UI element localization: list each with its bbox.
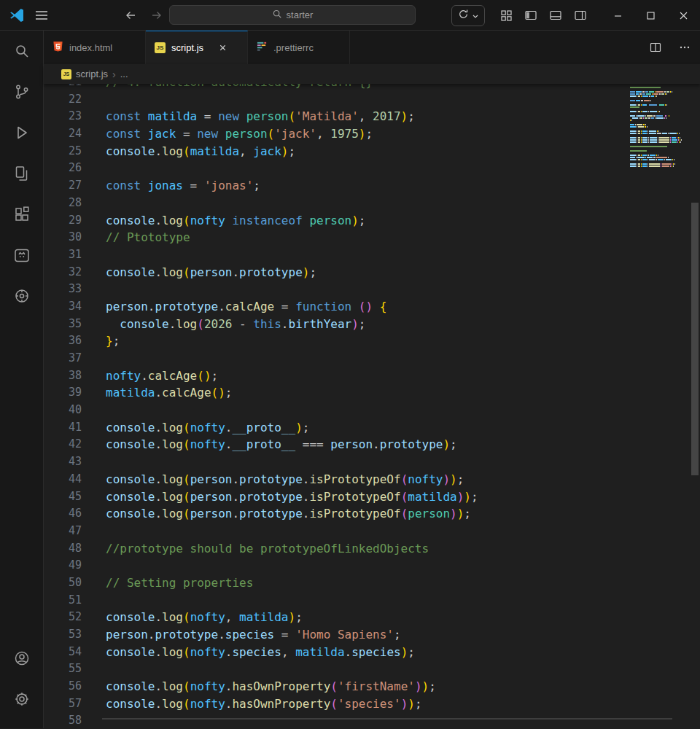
search-view-icon[interactable] [0, 31, 44, 71]
code-line[interactable]: 52console.log(nofty, matilda); [44, 609, 700, 626]
minimap-line [630, 113, 684, 114]
code-lines: 21// 4. function automatically return {}… [44, 84, 700, 728]
code-line[interactable]: 46console.log(person.prototype.isPrototy… [44, 505, 700, 523]
code-line[interactable]: 58 [44, 712, 700, 728]
minimap-line [630, 95, 684, 97]
code-line[interactable]: 47 [44, 523, 700, 540]
toggle-panel-icon[interactable] [545, 4, 567, 26]
chevron-down-icon [472, 9, 478, 22]
line-number: 49 [44, 557, 82, 574]
minimize-button[interactable] [602, 0, 634, 31]
line-number: 38 [44, 367, 82, 385]
code-line[interactable]: 42console.log(nofty.__proto__ === person… [44, 436, 700, 453]
toggle-sidebar-left-icon[interactable] [520, 4, 542, 26]
tab-script-js[interactable]: JS script.js [146, 31, 248, 64]
minimap-line [630, 98, 684, 99]
misc-extension-icon[interactable] [0, 276, 44, 316]
line-number: 31 [44, 246, 82, 264]
source-control-icon[interactable] [0, 71, 44, 112]
vertical-scrollbar-thumb[interactable] [691, 203, 699, 475]
horizontal-scrollbar-thumb[interactable] [102, 718, 672, 720]
back-arrow-icon[interactable] [120, 4, 141, 26]
menu-icon[interactable] [31, 4, 52, 26]
code-line[interactable]: 25console.log(matilda, jack); [44, 143, 700, 160]
tab-index-html[interactable]: index.html [44, 31, 146, 64]
forward-arrow-icon[interactable] [146, 4, 168, 26]
editor[interactable]: 21// 4. function automatically return {}… [44, 84, 700, 728]
minimap[interactable] [630, 87, 684, 170]
maximize-button[interactable] [634, 0, 667, 31]
breadcrumb-more[interactable]: ... [120, 69, 128, 79]
minimap-line [630, 135, 684, 136]
toggle-sidebar-right-icon[interactable] [569, 4, 591, 26]
code-line[interactable]: 28 [44, 195, 700, 212]
code-line[interactable]: 51 [44, 592, 700, 609]
line-number: 25 [44, 143, 82, 160]
code-line[interactable]: 21// 4. function automatically return {} [44, 84, 700, 91]
code-line[interactable]: 55 [44, 660, 700, 678]
close-tab-icon[interactable] [217, 42, 229, 54]
line-number: 52 [44, 609, 82, 626]
code-line[interactable]: 36}; [44, 332, 700, 350]
sync-dropdown-button[interactable] [451, 5, 485, 26]
code-line[interactable]: 37 [44, 350, 700, 367]
code-line[interactable]: 35 console.log(2026 - this.birthYear); [44, 316, 700, 333]
code-line[interactable]: 39matilda.calcAge(); [44, 384, 700, 402]
code-line[interactable]: 45console.log(person.prototype.isPrototy… [44, 488, 700, 506]
minimap-line [630, 100, 684, 101]
command-center[interactable]: starter [169, 5, 416, 25]
code-line[interactable]: 40 [44, 402, 700, 419]
line-number: 33 [44, 281, 82, 298]
code-line[interactable]: 50// Setting properties [44, 574, 700, 592]
code-line[interactable]: 32console.log(person.prototype); [44, 264, 700, 281]
layout-grid-icon[interactable] [495, 4, 517, 26]
code-line[interactable]: 53person.prototype.species = 'Homo Sapie… [44, 626, 700, 644]
minimap-line [630, 130, 684, 132]
code-line[interactable]: 29console.log(nofty instanceof person); [44, 212, 700, 230]
code-line[interactable]: 24const jack = new person('jack', 1975); [44, 125, 700, 143]
breadcrumb-file[interactable]: script.js [76, 69, 108, 79]
code-line[interactable]: 41console.log(nofty.__proto__); [44, 419, 700, 437]
code-line[interactable]: 23const matilda = new person('Matilda', … [44, 108, 700, 125]
line-number: 27 [44, 177, 82, 195]
run-debug-icon[interactable] [0, 112, 44, 153]
code-line[interactable]: 48//prototype should be prototypeOfLinke… [44, 540, 700, 558]
line-number: 23 [44, 108, 82, 125]
minimap-line [630, 124, 684, 125]
code-line[interactable]: 38nofty.calcAge(); [44, 367, 700, 385]
vertical-scrollbar[interactable] [690, 84, 700, 728]
minimap-line [630, 161, 684, 163]
line-number: 54 [44, 644, 82, 661]
account-icon[interactable] [0, 638, 44, 679]
extensions-icon[interactable] [0, 194, 44, 235]
line-number: 21 [44, 84, 82, 91]
code-line[interactable]: 22 [44, 91, 700, 109]
minimap-line [630, 120, 684, 121]
code-line[interactable]: 27const jonas = 'jonas'; [44, 177, 700, 195]
code-line[interactable]: 26 [44, 160, 700, 177]
code-line[interactable]: 57console.log(nofty.hasOwnProperty('spec… [44, 695, 700, 713]
line-number: 41 [44, 419, 82, 437]
code-line[interactable]: 33 [44, 281, 700, 298]
cat-extension-icon[interactable] [0, 235, 44, 276]
code-line[interactable]: 49 [44, 557, 700, 574]
code-line[interactable]: 43 [44, 453, 700, 471]
line-number: 37 [44, 350, 82, 367]
line-number: 44 [44, 471, 82, 488]
code-line[interactable]: 34person.prototype.calcAge = function ()… [44, 298, 700, 316]
code-line[interactable]: 31 [44, 246, 700, 264]
settings-gear-icon[interactable] [0, 679, 44, 720]
minimap-line [630, 168, 684, 169]
more-actions-icon[interactable] [674, 36, 696, 58]
split-editor-icon[interactable] [645, 36, 666, 58]
code-line[interactable]: 30// Ptototype [44, 229, 700, 246]
code-line[interactable]: 44console.log(person.prototype.isPrototy… [44, 471, 700, 488]
close-button[interactable] [667, 0, 700, 31]
code-line[interactable]: 54console.log(nofty.species, matilda.spe… [44, 644, 700, 661]
tab-prettierrc[interactable]: .prettierrc [248, 31, 350, 64]
minimap-line [630, 148, 684, 149]
code-line[interactable]: 56console.log(nofty.hasOwnProperty('firs… [44, 678, 700, 695]
minimap-line [630, 144, 684, 145]
explorer-icon[interactable] [0, 153, 44, 194]
minimap-line [630, 155, 684, 156]
